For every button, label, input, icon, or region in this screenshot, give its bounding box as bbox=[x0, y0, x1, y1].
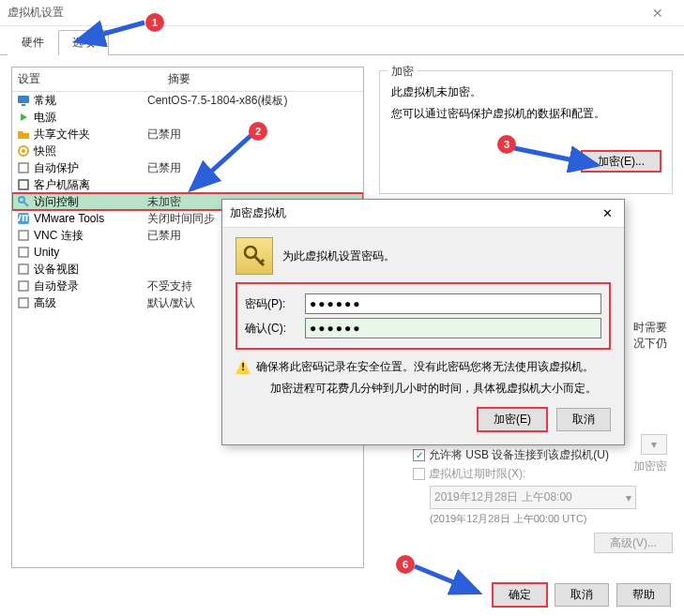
user-icon bbox=[16, 278, 31, 293]
list-item-label: 共享文件夹 bbox=[34, 127, 90, 143]
list-header-summary: 摘要 bbox=[162, 68, 363, 91]
tabs: 硬件 选项 bbox=[0, 26, 684, 55]
password-input[interactable] bbox=[305, 293, 601, 314]
monitor-icon bbox=[16, 93, 31, 108]
expire-dropdown: 2019年12月28日 上午08:00▾ bbox=[430, 486, 636, 509]
checkbox-expire bbox=[413, 468, 425, 480]
dialog-close-button[interactable]: ✕ bbox=[599, 206, 616, 220]
badge-3: 3 bbox=[497, 135, 516, 154]
svg-rect-4 bbox=[19, 163, 28, 173]
vnc-icon bbox=[16, 228, 31, 243]
tab-hardware[interactable]: 硬件 bbox=[8, 30, 58, 55]
advanced-button[interactable]: 高级(V)... bbox=[594, 533, 673, 553]
expire-utc-hint: (2019年12月28日 上午00:00 UTC) bbox=[430, 512, 673, 526]
badge-1: 1 bbox=[145, 13, 164, 32]
folder-icon bbox=[16, 127, 31, 142]
expire-value: 2019年12月28日 上午08:00 bbox=[434, 489, 572, 505]
lock-icon bbox=[16, 177, 31, 192]
list-item-1[interactable]: 电源 bbox=[12, 109, 363, 126]
list-item-label: 访问控制 bbox=[34, 194, 79, 210]
list-item-label: 自动登录 bbox=[34, 278, 79, 294]
obscured-text-1: 时需要 bbox=[633, 320, 667, 336]
confirm-input[interactable] bbox=[305, 318, 601, 338]
encrypt-button[interactable]: 加密(E)... bbox=[582, 151, 661, 172]
warning-text-1: 确保将此密码记录在安全位置。没有此密码您将无法使用该虚拟机。 bbox=[256, 359, 611, 375]
encrypt-status-text: 此虚拟机未加密。 bbox=[391, 84, 661, 100]
list-item-0[interactable]: 常规CentOS-7.5-1804-x86(模板) bbox=[12, 92, 363, 109]
window-close-button[interactable]: ✕ bbox=[639, 6, 676, 21]
svg-rect-12 bbox=[19, 264, 28, 274]
cancel-button[interactable]: 取消 bbox=[555, 583, 609, 607]
password-label: 密码(P): bbox=[245, 296, 305, 312]
warning-icon: ! bbox=[236, 359, 251, 374]
list-item-summary: 已禁用 bbox=[147, 160, 363, 176]
list-item-label: VMware Tools bbox=[34, 212, 104, 225]
titlebar: 虚拟机设置 ✕ bbox=[0, 0, 684, 26]
list-item-label: 常规 bbox=[34, 93, 56, 109]
power-icon bbox=[16, 110, 31, 125]
list-item-label: 快照 bbox=[34, 143, 56, 159]
svg-rect-14 bbox=[19, 298, 28, 308]
dialog-title: 加密虚拟机 bbox=[230, 205, 286, 221]
list-item-label: Unity bbox=[34, 246, 59, 259]
list-item-4[interactable]: 自动保护已禁用 bbox=[12, 159, 363, 176]
confirm-label: 确认(C): bbox=[245, 321, 305, 337]
snapshot-icon bbox=[16, 143, 31, 158]
svg-line-7 bbox=[23, 202, 28, 206]
vm-icon: vm bbox=[16, 211, 31, 226]
checkbox-usb-label: 允许将 USB 设备连接到该虚拟机(U) bbox=[429, 447, 609, 463]
list-item-2[interactable]: 共享文件夹已禁用 bbox=[12, 126, 363, 143]
svg-rect-1 bbox=[22, 104, 25, 106]
svg-rect-11 bbox=[19, 248, 28, 257]
unity-icon bbox=[16, 245, 31, 260]
badge-2: 2 bbox=[249, 122, 267, 141]
list-item-5[interactable]: 客户机隔离 bbox=[12, 176, 363, 193]
key-icon bbox=[236, 237, 273, 275]
group-encrypt-label: 加密 bbox=[388, 64, 418, 80]
device-icon bbox=[16, 262, 31, 277]
svg-rect-10 bbox=[19, 231, 28, 240]
ok-button[interactable]: 确定 bbox=[493, 583, 547, 607]
svg-rect-5 bbox=[19, 180, 28, 189]
key-icon bbox=[16, 194, 31, 209]
list-header-setting: 设置 bbox=[12, 68, 162, 91]
dialog-cancel-button[interactable]: 取消 bbox=[556, 408, 611, 431]
encrypt-suffix-text: 加密密 bbox=[633, 458, 667, 474]
svg-rect-13 bbox=[19, 281, 28, 291]
list-item-label: 客户机隔离 bbox=[34, 177, 90, 193]
list-item-label: 自动保护 bbox=[34, 160, 79, 176]
list-item-label: 高级 bbox=[34, 295, 56, 311]
svg-point-3 bbox=[22, 149, 25, 153]
dialog-encrypt-button[interactable]: 加密(E) bbox=[478, 408, 547, 431]
svg-text:vm: vm bbox=[17, 212, 30, 224]
help-button[interactable]: 帮助 bbox=[616, 583, 671, 607]
list-item-label: 电源 bbox=[34, 110, 56, 126]
list-item-label: 设备视图 bbox=[34, 262, 79, 278]
shield-icon bbox=[16, 160, 31, 175]
list-item-3[interactable]: 快照 bbox=[12, 143, 363, 159]
window-title: 虚拟机设置 bbox=[8, 5, 64, 21]
dropdown-obscured: ▾ bbox=[641, 434, 667, 455]
badge-6: 6 bbox=[396, 555, 415, 574]
encrypt-hint-text: 您可以通过密码保护虚拟机的数据和配置。 bbox=[391, 106, 661, 122]
obscured-text-2: 况下仍 bbox=[633, 336, 667, 352]
list-item-label: VNC 连接 bbox=[34, 228, 84, 244]
warning-text-2: 加密进程可花费几分钟到几小时的时间，具体视虚拟机大小而定。 bbox=[256, 381, 611, 397]
checkbox-expire-label: 虚拟机过期时限(X): bbox=[429, 466, 525, 482]
gear-icon bbox=[16, 295, 31, 310]
list-item-summary: CentOS-7.5-1804-x86(模板) bbox=[147, 93, 363, 109]
checkbox-usb[interactable]: ✓ bbox=[413, 449, 425, 461]
encrypt-dialog: 加密虚拟机 ✕ 为此虚拟机设置密码。 密码(P): 确认(C): ! 确保将此密… bbox=[221, 199, 625, 445]
dialog-heading: 为此虚拟机设置密码。 bbox=[282, 248, 395, 264]
svg-rect-0 bbox=[18, 96, 29, 103]
tab-options[interactable]: 选项 bbox=[58, 30, 109, 55]
